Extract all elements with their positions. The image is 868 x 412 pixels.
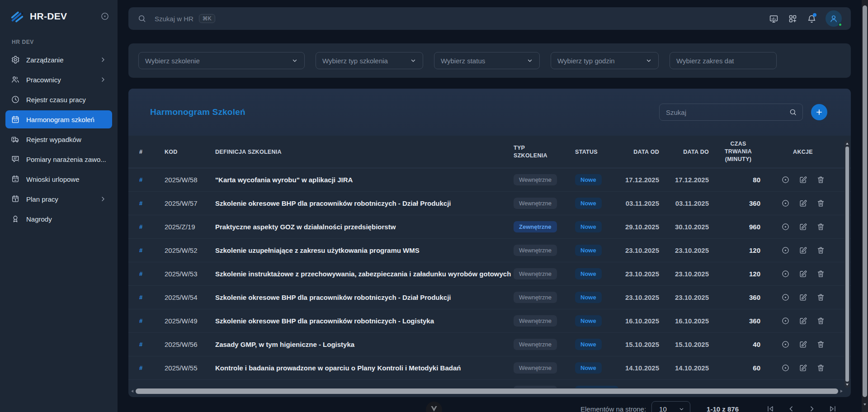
gear-icon bbox=[11, 55, 20, 64]
delete-button[interactable] bbox=[816, 340, 825, 349]
delete-button[interactable] bbox=[816, 175, 825, 184]
table-search-input[interactable]: Szukaj bbox=[659, 104, 803, 121]
trainings-panel: Harmonogram Szkoleń Szukaj # KOD DEFINIC… bbox=[128, 89, 851, 397]
delete-button[interactable] bbox=[816, 364, 825, 372]
sidebar-collapse-icon[interactable] bbox=[100, 12, 109, 21]
row-kod: 2025/W/54 bbox=[165, 294, 215, 301]
sidebar-item[interactable]: Nagrody bbox=[5, 210, 112, 228]
h-scroll-thumb[interactable] bbox=[136, 388, 838, 394]
edit-button[interactable] bbox=[799, 293, 807, 302]
edit-button[interactable] bbox=[799, 199, 807, 208]
status-badge: Nowe bbox=[575, 198, 602, 209]
filter-select[interactable]: Wybierz typ szkolenia bbox=[316, 52, 423, 69]
bell-icon[interactable] bbox=[806, 13, 817, 24]
status-badge: Nowe bbox=[575, 221, 602, 233]
avatar[interactable] bbox=[826, 10, 842, 27]
sidebar-item[interactable]: Pomiary narażenia zawo... bbox=[5, 150, 112, 168]
view-button[interactable] bbox=[781, 175, 790, 184]
view-button[interactable] bbox=[781, 199, 790, 208]
scroll-right-icon[interactable] bbox=[839, 389, 844, 393]
col-typ[interactable]: TYP SZKOLENIA bbox=[514, 144, 575, 160]
first-page-icon[interactable] bbox=[766, 404, 775, 412]
edit-button[interactable] bbox=[799, 223, 807, 231]
v-scroll-thumb[interactable] bbox=[845, 147, 849, 382]
prev-page-icon[interactable] bbox=[787, 404, 796, 412]
row-data-do: 16.10.2025 bbox=[661, 317, 711, 325]
page-size-label: Elementów na stronę: bbox=[580, 405, 646, 412]
view-button[interactable] bbox=[781, 293, 790, 302]
table-row: # 2025/W/54 Szkolenie okresowe BHP dla p… bbox=[128, 286, 851, 309]
col-status[interactable]: STATUS bbox=[575, 149, 609, 155]
edit-button[interactable] bbox=[799, 317, 807, 325]
col-definicja[interactable]: DEFINICJA SZKOLENIA bbox=[215, 149, 514, 155]
scroll-down-icon[interactable] bbox=[863, 403, 867, 407]
edit-button[interactable] bbox=[799, 246, 807, 255]
delete-button[interactable] bbox=[816, 270, 825, 278]
row-hash-link[interactable]: # bbox=[139, 176, 165, 183]
sidebar-item[interactable]: Harmonogram szkoleń bbox=[5, 110, 112, 128]
sidebar-item[interactable]: Zarządzanie bbox=[5, 51, 112, 69]
view-button[interactable] bbox=[781, 317, 790, 325]
window-scrollbar[interactable] bbox=[862, 0, 868, 412]
filter-select[interactable]: Wybierz status bbox=[434, 52, 540, 69]
row-data-od: 23.10.2025 bbox=[609, 246, 661, 254]
last-page-icon[interactable] bbox=[828, 404, 837, 412]
filter-select[interactable]: Wybierz typ godzin bbox=[551, 52, 659, 69]
window-scroll-thumb[interactable] bbox=[863, 5, 867, 397]
delete-button[interactable] bbox=[816, 223, 825, 231]
row-hash-link[interactable]: # bbox=[139, 365, 165, 371]
row-hash-link[interactable]: # bbox=[139, 341, 165, 348]
scroll-left-icon[interactable] bbox=[130, 389, 135, 393]
row-czas: 360 bbox=[711, 317, 766, 325]
delete-button[interactable] bbox=[816, 246, 825, 255]
view-button[interactable] bbox=[781, 364, 790, 372]
edit-button[interactable] bbox=[799, 364, 807, 372]
partial-row bbox=[128, 380, 851, 388]
view-button[interactable] bbox=[781, 270, 790, 278]
add-button[interactable] bbox=[811, 104, 827, 120]
table-row: # 2025/W/58 "Karta wycofania wyrobu" w a… bbox=[128, 168, 851, 192]
col-data-od[interactable]: DATA OD bbox=[609, 149, 661, 155]
filter-select[interactable]: Wybierz zakres dat bbox=[670, 52, 777, 69]
col-czas[interactable]: CZAS TRWANIA (MINUTY) bbox=[711, 140, 766, 163]
row-hash-link[interactable]: # bbox=[139, 200, 165, 207]
sidebar-item[interactable]: Pracownicy bbox=[5, 71, 112, 89]
horizontal-scrollbar[interactable] bbox=[130, 388, 844, 394]
row-kod: 2025/W/56 bbox=[165, 341, 215, 348]
delete-button[interactable] bbox=[816, 199, 825, 208]
apps-add-icon[interactable] bbox=[787, 13, 798, 24]
view-button[interactable] bbox=[781, 223, 790, 231]
sidebar-item[interactable]: Wnioski urlopowe bbox=[5, 170, 112, 188]
row-hash-link[interactable]: # bbox=[139, 247, 165, 254]
global-search-input[interactable]: Szukaj w HR bbox=[155, 15, 193, 23]
delete-button[interactable] bbox=[816, 317, 825, 325]
view-button[interactable] bbox=[781, 246, 790, 255]
next-page-icon[interactable] bbox=[807, 404, 816, 412]
row-hash-link[interactable]: # bbox=[139, 270, 165, 277]
filter-select[interactable]: Wybierz szkolenie bbox=[138, 52, 305, 69]
edit-button[interactable] bbox=[799, 175, 807, 184]
scroll-down-icon[interactable] bbox=[845, 383, 849, 387]
row-hash-link[interactable]: # bbox=[139, 317, 165, 324]
view-button[interactable] bbox=[781, 340, 790, 349]
monitor-icon[interactable] bbox=[768, 13, 779, 24]
scroll-up-icon[interactable] bbox=[845, 142, 849, 146]
col-kod[interactable]: KOD bbox=[165, 149, 215, 155]
edit-button[interactable] bbox=[799, 270, 807, 278]
sidebar-item[interactable]: Rejestr wypadków bbox=[5, 130, 112, 148]
row-hash-link[interactable]: # bbox=[139, 223, 165, 230]
sidebar-item[interactable]: Plan pracy bbox=[5, 190, 112, 208]
col-hash[interactable]: # bbox=[139, 149, 165, 155]
panel-header: Harmonogram Szkoleń Szukaj bbox=[128, 89, 851, 136]
page-size-select[interactable]: 10 bbox=[651, 401, 690, 412]
edit-button[interactable] bbox=[799, 340, 807, 349]
row-data-do: 15.10.2025 bbox=[661, 341, 711, 348]
row-data-od: 03.11.2025 bbox=[609, 199, 661, 207]
table-vertical-scrollbar[interactable] bbox=[844, 140, 850, 388]
sidebar-item[interactable]: Rejestr czasu pracy bbox=[5, 90, 112, 109]
row-hash-link[interactable]: # bbox=[139, 294, 165, 301]
col-data-do[interactable]: DATA DO bbox=[661, 149, 711, 155]
row-czas: 360 bbox=[711, 199, 766, 207]
chevron-down-icon bbox=[646, 57, 652, 64]
delete-button[interactable] bbox=[816, 293, 825, 302]
